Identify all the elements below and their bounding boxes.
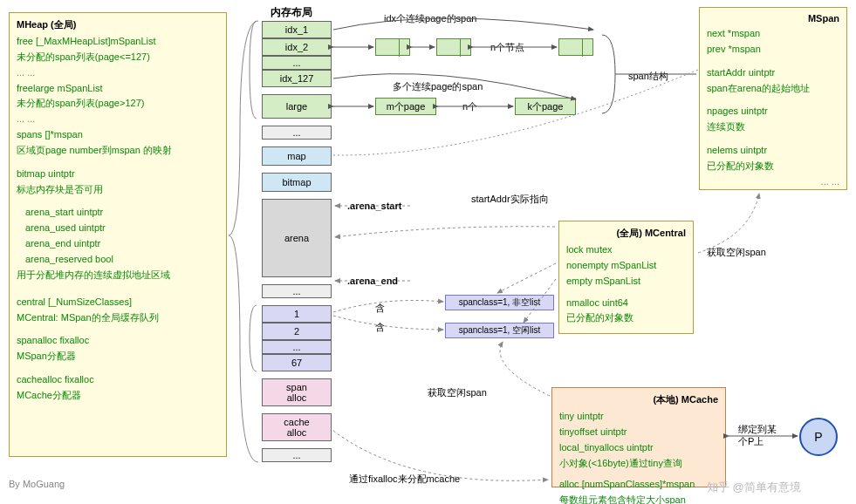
dots: ... ... <box>707 175 839 188</box>
mem-n67: 67 <box>262 354 332 371</box>
mem-enddots: ... <box>262 448 332 462</box>
get-span-label2: 获取空闲span <box>428 386 487 399</box>
large-node-m: m个page <box>375 98 436 115</box>
mheap-a2: arena_used uintptr <box>17 221 219 235</box>
contain-label1: 含 <box>375 302 385 315</box>
mspan-npages-desc: 连续页数 <box>707 120 839 133</box>
span-node <box>558 38 593 56</box>
span-multi-label: 多个连续page的span <box>393 80 483 93</box>
n-nodes-label: n个节点 <box>490 41 524 54</box>
mheap-spanalloc-desc: MSpan分配器 <box>17 350 219 363</box>
mspan-startaddr-desc: span在arena的起始地址 <box>707 82 839 95</box>
mcache-title: (本地) MCache <box>559 393 718 406</box>
mheap-free: free [_MaxMHeapList]mSpanList <box>17 36 156 46</box>
mcache-alloc: alloc [numSpanClasses]*mspan <box>559 478 718 491</box>
mcentral-lock: lock mutex <box>566 243 686 256</box>
mheap-arena-desc: 用于分配堆内存的连续虚拟地址区域 <box>17 269 219 282</box>
mspan-nelems: nelems uintptr <box>707 144 839 157</box>
mheap-bitmap: bitmap uintptr <box>17 167 219 180</box>
mcentral-title: (全局) MCentral <box>566 227 686 240</box>
mcache-local: local_tinyallocs uintptr <box>559 441 718 454</box>
large-node-k: k个page <box>515 98 576 115</box>
mcache-alloc-desc: 每数组元素包含特定大小span <box>559 494 718 504</box>
mheap-spanalloc: spanalloc fixalloc <box>17 334 219 347</box>
mem-cachealloc: cache alloc <box>262 413 332 441</box>
mspan-npages: npages uintptr <box>707 105 839 118</box>
dots: ... ... <box>17 66 219 79</box>
mspan-box: MSpan next *mspan prev *mspan startAddr … <box>699 7 847 190</box>
mem-idx2: idx_2 <box>262 38 332 56</box>
sc-empty: spanclass=1, 空闲list <box>445 323 554 338</box>
span-node <box>436 38 471 56</box>
span-idx-label: idx个连续page的span <box>384 12 476 25</box>
mcache-tiny: tiny uintptr <box>559 410 718 423</box>
mem-map: map <box>262 146 332 166</box>
contain-label2: 含 <box>375 321 385 334</box>
mem-n1: 1 <box>262 305 332 323</box>
mcache-local-desc: 小对象(<16byte)通过tiny查询 <box>559 457 718 470</box>
mcache-tinyoffset: tinyoffset uintptr <box>559 426 718 439</box>
svg-line-8 <box>497 263 556 293</box>
byline: By MoGuang <box>9 479 65 489</box>
mem-idxdots: ... <box>262 56 332 70</box>
mheap-a3: arena_end uintptr <box>17 237 219 250</box>
mspan-next: next *mspan <box>707 27 839 40</box>
arena-start-label: .arena_start <box>347 201 401 211</box>
mheap-bitmap-desc: 标志内存块是否可用 <box>17 183 219 196</box>
mcentral-nmalloc: nmalloc uint64 <box>566 296 686 310</box>
span-struct-label: span结构 <box>628 70 668 83</box>
mem-arena: arena <box>262 199 332 277</box>
mheap-central-desc: MCentral: MSpan的全局缓存队列 <box>17 311 219 324</box>
mem-dots: ... <box>262 284 332 298</box>
span-node <box>375 38 410 56</box>
mcentral-nonempty: nonempty mSpanList <box>566 259 686 272</box>
layout-header: 内存布局 <box>270 5 312 20</box>
mspan-startaddr: startAddr uintptr <box>707 66 839 79</box>
mem-n2: 2 <box>262 323 332 340</box>
bind-p-label: 绑定到某 个P上 <box>738 423 777 448</box>
n-arrow-label: n个 <box>462 100 477 113</box>
mem-large: large <box>262 94 332 119</box>
mheap-freelarge: freelarge mSpanList <box>17 82 219 95</box>
mheap-central: central [_NumSizeClasses] <box>17 296 219 309</box>
mcentral-box: (全局) MCentral lock mutex nonempty mSpanL… <box>558 221 694 334</box>
dots: ... ... <box>17 112 219 126</box>
mem-spanalloc: span alloc <box>262 378 332 406</box>
mheap-box: MHeap (全局) free [_MaxMHeapList]mSpanList… <box>9 12 227 457</box>
mheap-cachealloc-desc: MCache分配器 <box>17 389 219 402</box>
mheap-a4: arena_reserved bool <box>17 253 219 266</box>
get-span-label: 获取空闲span <box>707 246 766 259</box>
sc-nonempty: spanclass=1, 非空list <box>445 295 554 310</box>
watermark: 知乎 @简单有意境 <box>707 480 801 495</box>
mcentral-empty: empty mSpanList <box>566 275 686 288</box>
arena-end-label: .arena_end <box>347 276 398 286</box>
mheap-a1: arena_start uintptr <box>17 206 219 219</box>
mcentral-nmalloc-desc: 已分配的对象数 <box>566 311 686 324</box>
mheap-spans: spans []*mspan <box>17 128 219 141</box>
mheap-title: MHeap (全局) <box>17 18 219 31</box>
mheap-free-desc: 未分配的span列表(page<=127) <box>17 51 219 64</box>
startaddr-point-label: startAddr实际指向 <box>471 193 549 206</box>
mheap-freelarge-desc: 未分配的span列表(page>127) <box>17 97 219 110</box>
mem-ndots: ... <box>262 340 332 354</box>
mem-dots: ... <box>262 126 332 140</box>
p-label: P <box>814 430 822 444</box>
mcache-box: (本地) MCache tiny uintptr tinyoffset uint… <box>551 387 726 487</box>
mem-idx127: idx_127 <box>262 70 332 87</box>
mheap-cachealloc: cachealloc fixalloc <box>17 373 219 386</box>
mspan-nelems-desc: 已分配的对象数 <box>707 160 839 173</box>
mspan-title: MSpan <box>707 13 839 24</box>
mem-bitmap: bitmap <box>262 173 332 192</box>
mem-idx1: idx_1 <box>262 21 332 38</box>
p-circle: P <box>799 418 838 456</box>
mheap-spans-desc: 区域页page number到mspan 的映射 <box>17 144 219 157</box>
mspan-prev: prev *mspan <box>707 43 839 56</box>
fixalloc-label: 通过fixalloc来分配mcache <box>349 473 460 486</box>
